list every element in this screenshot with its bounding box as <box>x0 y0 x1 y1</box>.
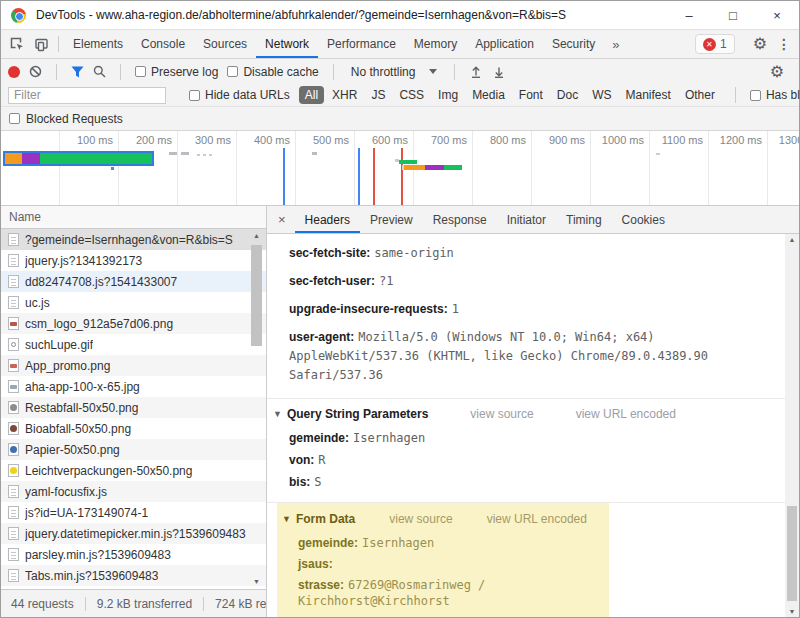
timeline-tick-label: 900 ms <box>532 131 591 205</box>
resource-type-filter[interactable]: Manifest <box>620 86 677 104</box>
export-har-icon[interactable] <box>492 65 506 79</box>
disable-cache-checkbox[interactable]: Disable cache <box>227 65 318 79</box>
view-url-encoded-link[interactable]: view URL encoded <box>487 512 587 526</box>
resource-type-filter[interactable]: Other <box>679 86 721 104</box>
maximize-button[interactable]: □ <box>711 1 755 29</box>
clear-icon[interactable] <box>29 65 42 78</box>
resource-type-filter[interactable]: Doc <box>551 86 584 104</box>
panel-tab[interactable]: Console <box>132 30 194 58</box>
throttling-dropdown[interactable]: No throttling <box>348 65 441 79</box>
panel-tab[interactable]: Performance <box>318 30 405 58</box>
close-details-icon[interactable]: × <box>269 212 295 227</box>
request-row[interactable]: parsley.min.js?1539609483 <box>1 544 266 565</box>
request-row[interactable]: jquery.js?1341392173 <box>1 250 266 271</box>
request-row[interactable]: jquery.datetimepicker.min.js?1539609483 <box>1 523 266 544</box>
resource-type-filter[interactable]: All <box>299 86 324 104</box>
checkbox[interactable] <box>227 66 238 77</box>
request-name: jquery.datetimepicker.min.js?1539609483 <box>25 527 246 541</box>
timeline-overview[interactable]: 100 ms 200 ms 300 ms 400 ms 500 ms 600 m… <box>1 131 799 206</box>
filter-funnel-icon[interactable] <box>71 66 84 78</box>
request-row[interactable]: Tabs.min.js?1539609483 <box>1 565 266 586</box>
param-entry: von:R <box>289 452 785 468</box>
filter-input[interactable] <box>8 87 166 104</box>
panel-tab[interactable]: Security <box>543 30 604 58</box>
scrollbar-thumb[interactable] <box>787 506 797 601</box>
request-headers-list: sec-fetch-site:same-origin sec-fetch-use… <box>267 234 785 398</box>
request-row[interactable]: dd82474708.js?1541433007 <box>1 271 266 292</box>
query-string-title[interactable]: Query String Parameters <box>287 407 428 421</box>
scroll-down-icon[interactable]: ▼ <box>251 578 262 585</box>
header-key: sec-fetch-user: <box>289 274 375 288</box>
param-entry: bis:S <box>289 474 785 490</box>
panel-tab[interactable]: Elements <box>64 30 132 58</box>
scroll-down-icon[interactable]: ▼ <box>785 608 799 615</box>
collapse-caret-icon[interactable]: ▼ <box>282 514 291 524</box>
device-toolbar-icon[interactable] <box>29 32 53 56</box>
panel-tab[interactable]: Sources <box>194 30 256 58</box>
details-scrollbar[interactable]: ▲ ▼ <box>785 234 799 617</box>
resource-type-filter[interactable]: Img <box>432 86 464 104</box>
search-icon[interactable] <box>93 65 106 78</box>
resource-type-filter[interactable]: WS <box>586 86 617 104</box>
file-icon <box>8 359 19 372</box>
filter-bar: Hide data URLs All XHR JS CSS Img Media … <box>1 84 799 107</box>
name-column-header[interactable]: Name <box>1 206 266 229</box>
scrollbar-thumb[interactable] <box>251 245 262 346</box>
view-source-link[interactable]: view source <box>389 512 452 526</box>
resource-type-filter[interactable]: XHR <box>326 86 363 104</box>
view-url-encoded-link[interactable]: view URL encoded <box>576 407 676 421</box>
panel-tab[interactable]: Network <box>256 30 318 58</box>
error-badge[interactable]: ✕ 1 <box>695 34 735 54</box>
settings-gear-icon[interactable]: ⚙ <box>745 36 775 52</box>
request-row[interactable]: suchLupe.gif <box>1 334 266 355</box>
checkbox[interactable] <box>750 90 761 101</box>
form-data-title[interactable]: Form Data <box>296 512 355 526</box>
file-icon <box>8 485 19 498</box>
panel-tab[interactable]: Application <box>466 30 543 58</box>
request-row[interactable]: App_promo.png <box>1 355 266 376</box>
scroll-up-icon[interactable]: ▲ <box>251 232 262 239</box>
minimize-button[interactable]: – <box>667 1 711 29</box>
close-button[interactable]: × <box>755 1 799 29</box>
has-blocked-cookies-checkbox[interactable]: Has blocked cookies <box>750 88 800 102</box>
hide-data-urls-checkbox[interactable]: Hide data URLs <box>189 88 290 102</box>
view-source-link[interactable]: view source <box>470 407 533 421</box>
timeline-resource-bar <box>402 165 462 170</box>
resource-type-filter[interactable]: JS <box>365 86 391 104</box>
request-list-scrollbar[interactable]: ▲ ▼ <box>251 232 262 585</box>
details-tab[interactable]: Headers <box>295 206 360 233</box>
details-tab[interactable]: Response <box>423 206 497 233</box>
request-row[interactable]: csm_logo_912a5e7d06.png <box>1 313 266 334</box>
details-tab[interactable]: Preview <box>360 206 423 233</box>
timeline-tick-label: 1100 ms <box>650 131 709 205</box>
record-button[interactable] <box>8 66 20 78</box>
resource-type-filter[interactable]: Font <box>513 86 549 104</box>
inspect-element-icon[interactable] <box>5 32 29 56</box>
kebab-menu-icon[interactable]: ⋮ <box>775 36 799 52</box>
request-row[interactable]: Papier-50x50.png <box>1 439 266 460</box>
request-row[interactable]: yaml-focusfix.js <box>1 481 266 502</box>
request-row[interactable]: uc.js <box>1 292 266 313</box>
scroll-up-icon[interactable]: ▲ <box>785 236 799 243</box>
param-value: Isernhagen <box>362 536 434 550</box>
checkbox[interactable] <box>135 66 146 77</box>
more-tabs-button[interactable]: » <box>604 37 627 52</box>
request-row[interactable]: Bioabfall-50x50.png <box>1 418 266 439</box>
checkbox[interactable] <box>189 90 200 101</box>
preserve-log-checkbox[interactable]: Preserve log <box>135 65 218 79</box>
import-har-icon[interactable] <box>469 65 483 79</box>
blocked-requests-checkbox[interactable] <box>9 113 20 124</box>
request-row[interactable]: Restabfall-50x50.png <box>1 397 266 418</box>
resource-type-filter[interactable]: CSS <box>393 86 430 104</box>
resource-type-filter[interactable]: Media <box>466 86 511 104</box>
request-row[interactable]: Leichtverpackungen-50x50.png <box>1 460 266 481</box>
request-row[interactable]: aha-app-100-x-65.jpg <box>1 376 266 397</box>
details-tab[interactable]: Timing <box>556 206 612 233</box>
request-row[interactable]: js?id=UA-173149074-1 <box>1 502 266 523</box>
request-row[interactable]: ?gemeinde=Isernhagen&von=R&bis=S <box>1 229 266 250</box>
details-tab[interactable]: Cookies <box>612 206 675 233</box>
network-settings-gear-icon[interactable]: ⚙ <box>762 64 792 80</box>
collapse-caret-icon[interactable]: ▼ <box>273 409 282 419</box>
panel-tab[interactable]: Memory <box>405 30 466 58</box>
details-tab[interactable]: Initiator <box>497 206 556 233</box>
